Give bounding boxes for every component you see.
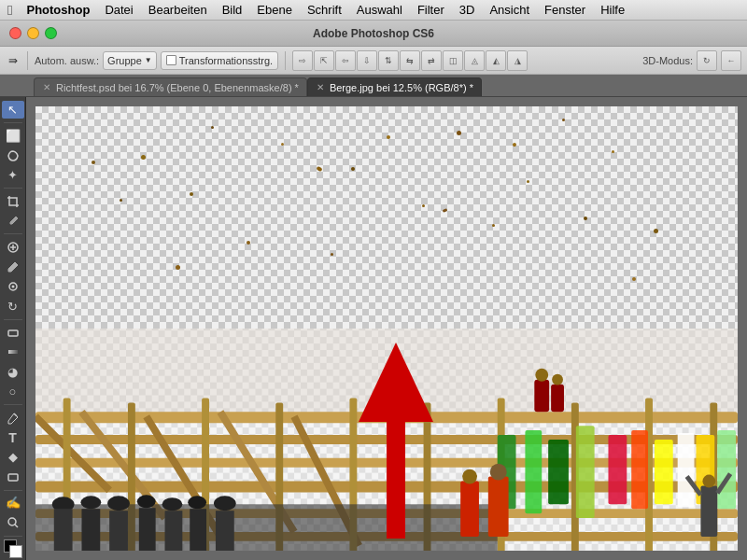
3d-pan-btn[interactable]: ← [721, 50, 741, 71]
mode-btn-8[interactable]: ◫ [443, 50, 463, 71]
svg-rect-62 [165, 511, 183, 551]
fg-bg-color[interactable] [2, 539, 24, 556]
svg-point-57 [107, 496, 130, 511]
tab-berge-label: Berge.jpg bei 12.5% (RGB/8*) * [330, 82, 473, 93]
transform-checkbox[interactable]: Transformationsstrg. [161, 51, 278, 70]
svg-marker-76 [359, 343, 433, 422]
svg-point-51 [552, 374, 563, 385]
menu-item-fenster[interactable]: Fenster [538, 1, 592, 19]
background-color[interactable] [9, 545, 22, 558]
svg-point-9 [8, 518, 16, 525]
main-area: ↖ ⬜ ✦ ↻ ◕ ○ [0, 97, 747, 560]
svg-rect-66 [216, 511, 234, 551]
tool-move[interactable]: ↖ [2, 101, 24, 119]
window-title: Adobe Photoshop CS6 [313, 27, 434, 40]
menu-item-ansicht[interactable]: Ansicht [483, 1, 536, 19]
close-button[interactable] [9, 27, 21, 39]
tool-hand[interactable]: ✍ [2, 494, 24, 511]
menu-item-bearbeiten[interactable]: Bearbeiten [142, 1, 214, 19]
svg-point-61 [162, 497, 183, 511]
mode-btn-7[interactable]: ⇄ [421, 50, 442, 71]
mode-btn-11[interactable]: ◮ [507, 50, 528, 71]
mode-btn-2[interactable]: ⇱ [314, 50, 334, 71]
tool-magic-wand[interactable]: ✦ [2, 166, 24, 184]
svg-point-55 [80, 496, 101, 509]
menu-item-3d[interactable]: 3D [453, 1, 482, 19]
chevron-down-icon: ▼ [145, 56, 152, 64]
svg-rect-5 [8, 330, 18, 336]
svg-rect-71 [700, 485, 717, 536]
mode-btn-6[interactable]: ⇆ [400, 50, 420, 71]
tool-shape[interactable] [2, 468, 24, 485]
svg-rect-47 [717, 430, 736, 509]
tool-eraser[interactable] [2, 324, 24, 342]
menu-bar:  Photoshop Datei Bearbeiten Bild Ebene … [0, 0, 747, 21]
tool-divider-7 [4, 536, 22, 537]
svg-rect-40 [548, 440, 569, 504]
tool-zoom[interactable] [2, 513, 24, 531]
svg-point-49 [535, 369, 548, 382]
mode-btn-9[interactable]: ◬ [464, 50, 485, 71]
tool-options-arrow-icon[interactable]: ⇛ [6, 53, 21, 68]
menu-item-photoshop[interactable]: Photoshop [20, 1, 96, 19]
tool-dodge[interactable]: ○ [2, 383, 24, 400]
tool-eyedropper[interactable] [2, 212, 24, 230]
maximize-button[interactable] [45, 27, 57, 39]
tab-berge[interactable]: ✕ Berge.jpg bei 12.5% (RGB/8*) * [307, 77, 482, 96]
tool-text[interactable]: T [2, 428, 24, 446]
3d-rotate-btn[interactable]: ↻ [697, 50, 717, 71]
svg-point-70 [490, 464, 507, 481]
divider-1 [27, 51, 28, 70]
tool-path-select[interactable]: ◆ [2, 448, 24, 466]
tool-clone[interactable] [2, 278, 24, 296]
tool-select-rect[interactable]: ⬜ [2, 127, 24, 145]
svg-rect-60 [139, 508, 156, 551]
tab-close-icon[interactable]: ✕ [42, 81, 51, 93]
tool-pen[interactable] [2, 409, 24, 427]
mode-btn-4[interactable]: ⇩ [357, 50, 377, 71]
document-canvas [35, 106, 738, 551]
apple-logo-icon[interactable]:  [7, 2, 12, 18]
transform-mode-buttons: ⇨ ⇱ ⇦ ⇩ ⇅ ⇆ ⇄ ◫ ◬ ◭ ◮ [292, 50, 528, 71]
tab-close-berge-icon[interactable]: ✕ [316, 81, 325, 93]
tool-history-brush[interactable]: ↻ [2, 298, 24, 315]
menu-item-datei[interactable]: Datei [98, 1, 139, 19]
mode-btn-3[interactable]: ⇦ [335, 50, 356, 71]
tool-gradient[interactable] [2, 343, 24, 361]
svg-rect-75 [387, 417, 405, 539]
canvas-area[interactable] [26, 97, 747, 560]
tab-richtfest[interactable]: ✕ Richtfest.psd bei 16.7% (Ebene 0, Eben… [34, 77, 307, 96]
menu-item-schrift[interactable]: Schrift [301, 1, 348, 19]
tool-divider-6 [4, 490, 22, 491]
svg-rect-64 [190, 509, 206, 551]
canvas-container [35, 106, 738, 551]
tool-lasso[interactable] [2, 147, 24, 164]
divider-2 [285, 51, 286, 70]
gruppe-dropdown[interactable]: Gruppe ▼ [103, 51, 157, 70]
lower-image-region [35, 329, 738, 551]
menu-item-filter[interactable]: Filter [411, 1, 451, 19]
svg-rect-54 [54, 509, 73, 551]
window-controls [9, 27, 57, 39]
svg-rect-45 [678, 433, 695, 507]
svg-rect-6 [8, 350, 18, 354]
tabs-bar: ✕ Richtfest.psd bei 16.7% (Ebene 0, Eben… [0, 75, 747, 97]
autom-label: Autom. ausw.: [35, 55, 99, 66]
tool-spot-heal[interactable] [2, 238, 24, 256]
svg-point-63 [188, 496, 206, 509]
svg-rect-42 [608, 435, 627, 504]
title-bar: Adobe Photoshop CS6 [0, 21, 747, 47]
mode-btn-10[interactable]: ◭ [486, 50, 506, 71]
svg-rect-69 [488, 477, 509, 537]
tool-brush[interactable] [2, 258, 24, 275]
tool-crop[interactable] [2, 192, 24, 210]
menu-item-auswahl[interactable]: Auswahl [350, 1, 409, 19]
svg-point-4 [11, 286, 14, 288]
minimize-button[interactable] [27, 27, 39, 39]
mode-btn-1[interactable]: ⇨ [292, 50, 313, 71]
menu-item-ebene[interactable]: Ebene [250, 1, 299, 19]
tool-blur[interactable]: ◕ [2, 363, 24, 381]
menu-item-bild[interactable]: Bild [216, 1, 249, 19]
menu-item-hilfe[interactable]: Hilfe [594, 1, 631, 19]
mode-btn-5[interactable]: ⇅ [378, 50, 399, 71]
